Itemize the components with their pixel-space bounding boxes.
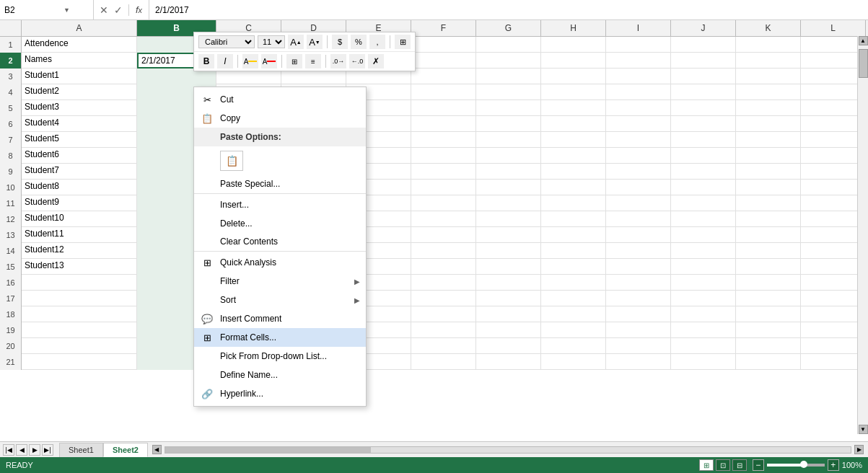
list-item[interactable]: Student11 bbox=[22, 227, 137, 243]
scroll-thumb[interactable] bbox=[859, 49, 868, 78]
list-item[interactable] bbox=[801, 291, 866, 306]
list-item[interactable] bbox=[541, 259, 606, 275]
list-item[interactable] bbox=[411, 195, 476, 211]
ctx-item-quick-analysis[interactable]: ⊞Quick Analysis bbox=[194, 253, 366, 272]
list-item[interactable] bbox=[541, 322, 606, 338]
list-item[interactable] bbox=[606, 291, 671, 306]
list-item[interactable] bbox=[541, 164, 606, 180]
list-item[interactable] bbox=[22, 306, 137, 322]
list-item[interactable]: Names bbox=[22, 53, 137, 68]
decrease-decimal-btn[interactable]: ←.0 bbox=[349, 54, 365, 68]
clear-format-btn[interactable]: ✗ bbox=[368, 54, 384, 68]
list-item[interactable] bbox=[801, 259, 866, 275]
list-item[interactable] bbox=[671, 68, 736, 84]
list-item[interactable] bbox=[801, 148, 866, 164]
col-header-l[interactable]: L bbox=[801, 20, 866, 36]
list-item[interactable] bbox=[736, 164, 801, 180]
increase-decimal-btn[interactable]: .0→ bbox=[330, 54, 346, 68]
list-item[interactable] bbox=[411, 148, 476, 164]
comma-btn[interactable]: , bbox=[369, 35, 385, 49]
list-item[interactable] bbox=[606, 227, 671, 243]
list-item[interactable] bbox=[671, 322, 736, 338]
list-item[interactable] bbox=[801, 275, 866, 291]
list-item[interactable] bbox=[476, 84, 541, 100]
list-item[interactable] bbox=[801, 322, 866, 338]
list-item[interactable]: Student8 bbox=[22, 180, 137, 195]
list-item[interactable] bbox=[736, 259, 801, 275]
list-item[interactable] bbox=[671, 116, 736, 132]
ctx-item-delete[interactable]: Delete... bbox=[194, 214, 366, 233]
list-item[interactable] bbox=[411, 306, 476, 322]
list-item[interactable] bbox=[476, 148, 541, 164]
list-item[interactable] bbox=[411, 37, 476, 53]
list-item[interactable] bbox=[541, 227, 606, 243]
bold-btn[interactable]: B bbox=[198, 54, 214, 68]
list-item[interactable] bbox=[411, 322, 476, 338]
ctx-item-define-name[interactable]: Define Name... bbox=[194, 366, 366, 384]
ctx-item-sort[interactable]: Sort▶ bbox=[194, 291, 366, 309]
list-item[interactable] bbox=[476, 132, 541, 148]
list-item[interactable] bbox=[671, 354, 736, 370]
list-item[interactable]: Student4 bbox=[22, 116, 137, 132]
list-item[interactable]: Student3 bbox=[22, 100, 137, 116]
list-item[interactable] bbox=[606, 116, 671, 132]
list-item[interactable] bbox=[22, 322, 137, 338]
list-item[interactable] bbox=[606, 275, 671, 291]
col-header-i[interactable]: I bbox=[606, 20, 671, 36]
list-item[interactable] bbox=[801, 53, 866, 68]
list-item[interactable] bbox=[541, 116, 606, 132]
list-item[interactable] bbox=[606, 354, 671, 370]
merge-btn[interactable]: ⊞ bbox=[286, 54, 302, 68]
col-header-h[interactable]: H bbox=[541, 20, 606, 36]
font-size-select[interactable]: 11 bbox=[258, 35, 285, 48]
list-item[interactable]: Student2 bbox=[22, 84, 137, 100]
list-item[interactable] bbox=[541, 37, 606, 53]
list-item[interactable] bbox=[671, 306, 736, 322]
list-item[interactable] bbox=[671, 37, 736, 53]
list-item[interactable] bbox=[22, 291, 137, 306]
list-item[interactable] bbox=[541, 211, 606, 227]
list-item[interactable] bbox=[541, 180, 606, 195]
fill-color-btn[interactable]: A bbox=[242, 54, 258, 68]
list-item[interactable] bbox=[541, 243, 606, 259]
list-item[interactable] bbox=[476, 211, 541, 227]
list-item[interactable] bbox=[541, 275, 606, 291]
list-item[interactable] bbox=[671, 227, 736, 243]
list-item[interactable] bbox=[606, 53, 671, 68]
list-item[interactable] bbox=[671, 132, 736, 148]
list-item[interactable] bbox=[801, 164, 866, 180]
list-item[interactable] bbox=[411, 68, 476, 84]
font-grow-btn[interactable]: A▲ bbox=[288, 35, 304, 49]
list-item[interactable] bbox=[736, 338, 801, 354]
list-item[interactable] bbox=[671, 338, 736, 354]
list-item[interactable] bbox=[671, 164, 736, 180]
list-item[interactable] bbox=[541, 195, 606, 211]
list-item[interactable] bbox=[541, 84, 606, 100]
list-item[interactable] bbox=[411, 116, 476, 132]
confirm-formula-icon[interactable]: ✓ bbox=[111, 4, 126, 16]
list-item[interactable] bbox=[411, 354, 476, 370]
list-item[interactable]: Student5 bbox=[22, 132, 137, 148]
col-header-g[interactable]: G bbox=[476, 20, 541, 36]
list-item[interactable] bbox=[736, 132, 801, 148]
list-item[interactable] bbox=[801, 180, 866, 195]
ctx-item-filter[interactable]: Filter▶ bbox=[194, 272, 366, 291]
list-item[interactable] bbox=[22, 275, 137, 291]
list-item[interactable] bbox=[476, 68, 541, 84]
list-item[interactable] bbox=[411, 53, 476, 68]
list-item[interactable] bbox=[606, 148, 671, 164]
list-item[interactable] bbox=[476, 259, 541, 275]
cell-ref-box[interactable]: ▼ bbox=[0, 0, 94, 19]
col-header-f[interactable]: F bbox=[411, 20, 476, 36]
list-item[interactable] bbox=[606, 322, 671, 338]
list-item[interactable] bbox=[411, 291, 476, 306]
list-item[interactable] bbox=[411, 259, 476, 275]
list-item[interactable]: Student7 bbox=[22, 164, 137, 180]
list-item[interactable] bbox=[801, 243, 866, 259]
borders-btn[interactable]: ⊞ bbox=[395, 35, 411, 49]
list-item[interactable]: Student6 bbox=[22, 148, 137, 164]
list-item[interactable] bbox=[606, 211, 671, 227]
list-item[interactable] bbox=[736, 306, 801, 322]
list-item[interactable] bbox=[736, 84, 801, 100]
list-item[interactable] bbox=[606, 195, 671, 211]
